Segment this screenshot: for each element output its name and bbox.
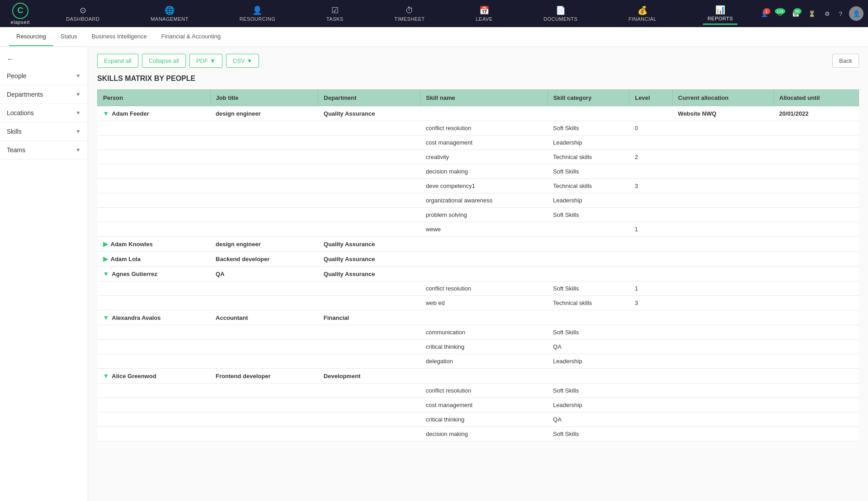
skill-name-cell: critical thinking bbox=[420, 412, 548, 427]
col-department: Department bbox=[318, 90, 420, 106]
skill-category-cell: Soft Skills bbox=[547, 384, 629, 398]
level-cell: 1 bbox=[629, 281, 673, 296]
collapse-icon[interactable]: ▼ bbox=[103, 270, 109, 277]
nav-financial[interactable]: 💰 FINANCIAL bbox=[624, 3, 661, 24]
person-name-cell bbox=[98, 427, 211, 441]
collapse-icon[interactable]: ▼ bbox=[103, 110, 109, 117]
nav-dashboard[interactable]: ⊙ DASHBOARD bbox=[61, 3, 104, 24]
sidebar-item-people[interactable]: People ▼ bbox=[0, 67, 88, 85]
collapse-all-button[interactable]: Collapse all bbox=[142, 54, 186, 68]
department-cell bbox=[318, 193, 420, 208]
skill-category-cell bbox=[547, 369, 629, 384]
allocation-cell bbox=[673, 136, 774, 150]
sub-nav-resourcing[interactable]: Resourcing bbox=[9, 28, 53, 46]
timer-btn[interactable]: ⏳ bbox=[806, 8, 818, 19]
department-cell bbox=[318, 296, 420, 310]
level-cell bbox=[629, 325, 673, 340]
table-row[interactable]: ▶Adam Lola Backend developer Quality Ass… bbox=[98, 252, 859, 267]
nav-management[interactable]: 🌐 MANAGEMENT bbox=[146, 3, 193, 24]
tasks-icon: ☑ bbox=[331, 5, 339, 15]
allocation-cell bbox=[673, 252, 774, 267]
until-cell bbox=[774, 164, 859, 179]
sidebar-item-departments[interactable]: Departments ▼ bbox=[0, 85, 88, 104]
table-row[interactable]: ▼Agnes Gutierrez QA Quality Assurance bbox=[98, 267, 859, 281]
department-cell: Quality Assurance bbox=[318, 106, 420, 121]
person-name-cell: ▼Adam Feeder bbox=[98, 106, 211, 121]
sidebar-item-teams[interactable]: Teams ▼ bbox=[0, 141, 88, 159]
back-button[interactable]: Back bbox=[832, 54, 859, 68]
level-cell: 1 bbox=[629, 222, 673, 237]
nav-documents[interactable]: 📄 DOCUMENTS bbox=[539, 3, 582, 24]
person-name-cell bbox=[98, 325, 211, 340]
until-cell bbox=[774, 267, 859, 281]
nav-resourcing[interactable]: 👤 RESOURCING bbox=[235, 3, 280, 24]
table-row[interactable]: ▼Alice Greenwod Frontend developer Devel… bbox=[98, 369, 859, 384]
allocation-cell bbox=[673, 325, 774, 340]
nav-leave[interactable]: 📅 LEAVE bbox=[471, 3, 497, 24]
job-title-cell bbox=[210, 354, 318, 369]
job-title-cell: Backend developer bbox=[210, 252, 318, 267]
expand-icon[interactable]: ▶ bbox=[103, 240, 108, 248]
nav-timesheet[interactable]: ⏱ TIMESHEET bbox=[390, 4, 429, 24]
people-notification-btn[interactable]: 👤 1 bbox=[759, 8, 770, 19]
level-cell: 2 bbox=[629, 150, 673, 164]
skill-name-cell: problem solving bbox=[420, 208, 548, 222]
top-navigation: C elapseit ⊙ DASHBOARD 🌐 MANAGEMENT 👤 RE… bbox=[0, 0, 868, 27]
allocation-cell bbox=[673, 164, 774, 179]
skill-name-cell bbox=[420, 369, 548, 384]
person-name-cell bbox=[98, 281, 211, 296]
sub-nav-financial[interactable]: Financial & Accounting bbox=[154, 28, 228, 46]
settings-btn[interactable]: ⚙ bbox=[822, 8, 832, 19]
nav-reports-label: REPORTS bbox=[708, 16, 733, 21]
allocation-cell bbox=[673, 222, 774, 237]
allocation-cell bbox=[673, 296, 774, 310]
expand-all-button[interactable]: Expand all bbox=[97, 54, 138, 68]
skill-name-cell: deve competency1 bbox=[420, 179, 548, 193]
csv-button[interactable]: CSV ▼ bbox=[226, 54, 259, 68]
timesheet-notification-btn[interactable]: ⏱ 116 bbox=[775, 8, 785, 19]
sidebar-item-skills[interactable]: Skills ▼ bbox=[0, 122, 88, 141]
skill-name-cell bbox=[420, 310, 548, 325]
department-cell bbox=[318, 427, 420, 441]
allocation-cell bbox=[673, 398, 774, 412]
allocation-cell bbox=[673, 354, 774, 369]
sidebar-item-locations[interactable]: Locations ▼ bbox=[0, 104, 88, 122]
table-row[interactable]: ▼Adam Feeder design engineer Quality Ass… bbox=[98, 106, 859, 121]
skill-category-cell: QA bbox=[547, 412, 629, 427]
collapse-icon[interactable]: ▼ bbox=[103, 314, 109, 321]
skill-category-cell: Technical skills bbox=[547, 150, 629, 164]
until-cell bbox=[774, 354, 859, 369]
sub-nav-status[interactable]: Status bbox=[53, 28, 85, 46]
job-title-cell: design engineer bbox=[210, 106, 318, 121]
nav-reports[interactable]: 📊 REPORTS bbox=[703, 3, 737, 25]
department-cell: Quality Assurance bbox=[318, 237, 420, 252]
app-logo[interactable]: C elapseit bbox=[5, 3, 36, 25]
user-avatar[interactable]: 👤 bbox=[849, 6, 863, 21]
sub-nav-bi[interactable]: Business Intelligence bbox=[85, 28, 154, 46]
until-cell bbox=[774, 398, 859, 412]
collapse-icon[interactable]: ▼ bbox=[103, 372, 109, 379]
allocation-cell bbox=[673, 340, 774, 354]
table-row: cost management Leadership bbox=[98, 136, 859, 150]
skill-category-cell: Soft Skills bbox=[547, 121, 629, 136]
job-title-cell bbox=[210, 296, 318, 310]
help-btn[interactable]: ? bbox=[837, 8, 844, 19]
table-row[interactable]: ▶Adam Knowles design engineer Quality As… bbox=[98, 237, 859, 252]
person-name-cell: ▼Alice Greenwod bbox=[98, 369, 211, 384]
table-row: problem solving Soft Skills bbox=[98, 208, 859, 222]
back-arrow[interactable]: ← bbox=[0, 52, 88, 67]
person-name-cell bbox=[98, 222, 211, 237]
pdf-button[interactable]: PDF ▼ bbox=[189, 54, 222, 68]
skill-category-cell: Leadership bbox=[547, 136, 629, 150]
allocation-cell bbox=[673, 237, 774, 252]
chevron-down-icon: ▼ bbox=[75, 73, 81, 79]
settings-icon: ⚙ bbox=[825, 10, 830, 17]
table-row[interactable]: ▼Alexandra Avalos Accountant Financial bbox=[98, 310, 859, 325]
person-name-cell: ▶Adam Knowles bbox=[98, 237, 211, 252]
expand-icon[interactable]: ▶ bbox=[103, 255, 108, 262]
nav-tasks[interactable]: ☑ TASKS bbox=[322, 3, 348, 24]
leave-notification-btn[interactable]: 📅 86 bbox=[790, 8, 802, 19]
resourcing-icon: 👤 bbox=[252, 5, 263, 15]
department-cell bbox=[318, 179, 420, 193]
pdf-dropdown-icon: ▼ bbox=[210, 57, 216, 64]
